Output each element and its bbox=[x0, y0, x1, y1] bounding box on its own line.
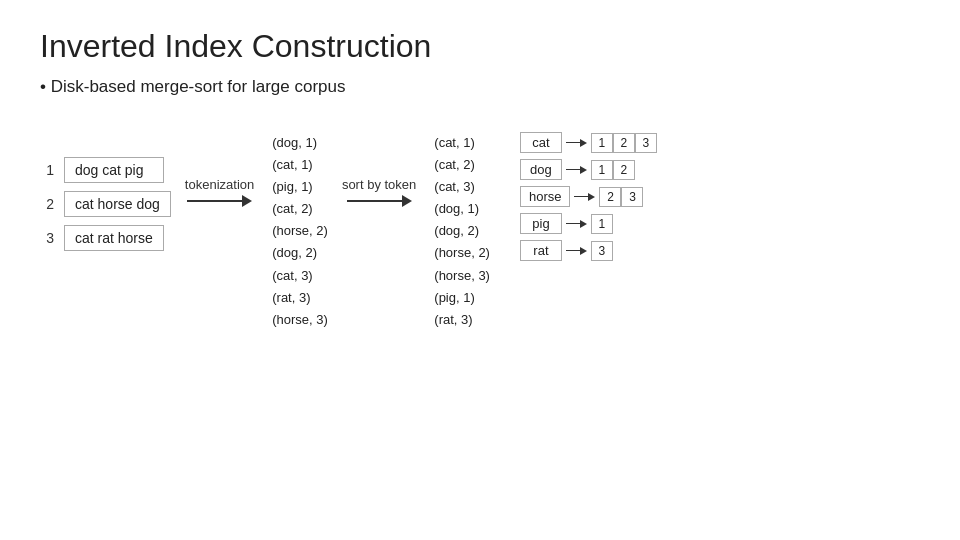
index-postings-cat: 1 2 3 bbox=[591, 133, 657, 153]
pig-posting-1: 1 bbox=[591, 214, 613, 234]
token-sorted-2: (cat, 3) bbox=[434, 176, 490, 198]
token-unsorted-2: (pig, 1) bbox=[272, 176, 328, 198]
tokenization-label: tokenization bbox=[185, 177, 254, 192]
token-sorted-8: (rat, 3) bbox=[434, 309, 490, 331]
sorted-tokens: (cat, 1) (cat, 2) (cat, 3) (dog, 1) (dog… bbox=[434, 132, 490, 331]
token-sorted-7: (pig, 1) bbox=[434, 287, 490, 309]
index-term-cat: cat bbox=[520, 132, 562, 153]
index-arrow-dog bbox=[566, 166, 587, 174]
token-sorted-5: (horse, 2) bbox=[434, 242, 490, 264]
sort-label: sort by token bbox=[342, 177, 416, 192]
sort-arrow-head bbox=[402, 195, 412, 207]
index-arrow-rat bbox=[566, 247, 587, 255]
doc-num-1: 1 bbox=[40, 162, 54, 178]
dog-posting-2: 2 bbox=[613, 160, 635, 180]
tokenization-section: tokenization bbox=[185, 127, 254, 207]
cat-posting-3: 3 bbox=[635, 133, 657, 153]
doc-box-3: cat rat horse bbox=[64, 225, 164, 251]
token-sorted-4: (dog, 2) bbox=[434, 220, 490, 242]
unsorted-tokens: (dog, 1) (cat, 1) (pig, 1) (cat, 2) (hor… bbox=[272, 132, 328, 331]
doc-row-2: 2 cat horse dog bbox=[40, 191, 171, 217]
doc-box-2: cat horse dog bbox=[64, 191, 171, 217]
doc-row-3: 3 cat rat horse bbox=[40, 225, 171, 251]
title: Inverted Index Construction bbox=[0, 0, 960, 77]
index-term-rat: rat bbox=[520, 240, 562, 261]
horse-posting-1: 2 bbox=[599, 187, 621, 207]
index-row-rat: rat 3 bbox=[520, 240, 657, 261]
tokenization-arrow bbox=[187, 195, 252, 207]
index-term-horse: horse bbox=[520, 186, 571, 207]
documents-section: 1 dog cat pig 2 cat horse dog 3 cat rat … bbox=[40, 157, 171, 251]
rat-posting-1: 3 bbox=[591, 241, 613, 261]
tokenization-arrow-head bbox=[242, 195, 252, 207]
index-postings-dog: 1 2 bbox=[591, 160, 635, 180]
subtitle: • Disk-based merge-sort for large corpus bbox=[0, 77, 960, 117]
dog-posting-1: 1 bbox=[591, 160, 613, 180]
index-postings-horse: 2 3 bbox=[599, 187, 643, 207]
token-unsorted-1: (cat, 1) bbox=[272, 154, 328, 176]
index-row-dog: dog 1 2 bbox=[520, 159, 657, 180]
tokenization-arrow-line bbox=[187, 200, 242, 202]
index-postings-pig: 1 bbox=[591, 214, 613, 234]
token-unsorted-4: (horse, 2) bbox=[272, 220, 328, 242]
doc-num-2: 2 bbox=[40, 196, 54, 212]
token-sorted-3: (dog, 1) bbox=[434, 198, 490, 220]
horse-posting-2: 3 bbox=[621, 187, 643, 207]
index-arrow-pig bbox=[566, 220, 587, 228]
token-sorted-0: (cat, 1) bbox=[434, 132, 490, 154]
cat-posting-1: 1 bbox=[591, 133, 613, 153]
token-unsorted-7: (rat, 3) bbox=[272, 287, 328, 309]
index-arrow-cat bbox=[566, 139, 587, 147]
token-unsorted-0: (dog, 1) bbox=[272, 132, 328, 154]
token-sorted-6: (horse, 3) bbox=[434, 265, 490, 287]
sort-arrow bbox=[347, 195, 412, 207]
sort-section: sort by token bbox=[342, 127, 416, 207]
token-unsorted-6: (cat, 3) bbox=[272, 265, 328, 287]
cat-posting-2: 2 bbox=[613, 133, 635, 153]
doc-row-1: 1 dog cat pig bbox=[40, 157, 171, 183]
token-unsorted-8: (horse, 3) bbox=[272, 309, 328, 331]
doc-num-3: 3 bbox=[40, 230, 54, 246]
index-term-pig: pig bbox=[520, 213, 562, 234]
index-row-pig: pig 1 bbox=[520, 213, 657, 234]
index-postings-rat: 3 bbox=[591, 241, 613, 261]
sort-arrow-line bbox=[347, 200, 402, 202]
token-sorted-1: (cat, 2) bbox=[434, 154, 490, 176]
index-arrow-horse bbox=[574, 193, 595, 201]
index-row-cat: cat 1 2 3 bbox=[520, 132, 657, 153]
index-row-horse: horse 2 3 bbox=[520, 186, 657, 207]
doc-box-1: dog cat pig bbox=[64, 157, 164, 183]
index-term-dog: dog bbox=[520, 159, 562, 180]
token-unsorted-3: (cat, 2) bbox=[272, 198, 328, 220]
index-section: cat 1 2 3 dog 1 2 horse bbox=[520, 132, 657, 267]
token-unsorted-5: (dog, 2) bbox=[272, 242, 328, 264]
